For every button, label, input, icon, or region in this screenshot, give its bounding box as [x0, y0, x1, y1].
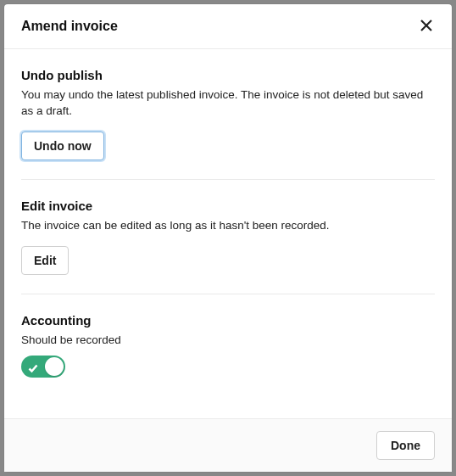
check-icon — [28, 361, 38, 372]
close-button[interactable] — [418, 18, 435, 35]
amend-invoice-modal: Amend invoice Undo publish You may undo … — [4, 4, 452, 472]
modal-body: Undo publish You may undo the latest pub… — [4, 49, 452, 418]
accounting-section: Accounting Should be recorded — [21, 294, 435, 396]
undo-now-button[interactable]: Undo now — [21, 132, 104, 160]
modal-footer: Done — [4, 418, 452, 472]
edit-invoice-title: Edit invoice — [21, 199, 435, 213]
modal-title: Amend invoice — [21, 19, 118, 34]
undo-publish-title: Undo publish — [21, 68, 435, 82]
edit-button[interactable]: Edit — [21, 246, 69, 275]
accounting-toggle[interactable] — [21, 356, 65, 378]
modal-header: Amend invoice — [4, 4, 452, 49]
accounting-title: Accounting — [21, 313, 435, 328]
edit-invoice-section: Edit invoice The invoice can be edited a… — [21, 180, 435, 294]
done-button[interactable]: Done — [376, 431, 435, 460]
toggle-knob — [45, 357, 64, 376]
accounting-description: Should be recorded — [21, 333, 435, 349]
undo-publish-section: Undo publish You may undo the latest pub… — [21, 49, 435, 180]
undo-publish-description: You may undo the latest published invoic… — [21, 87, 435, 120]
edit-invoice-description: The invoice can be edited as long as it … — [21, 218, 435, 234]
close-icon — [420, 19, 433, 35]
